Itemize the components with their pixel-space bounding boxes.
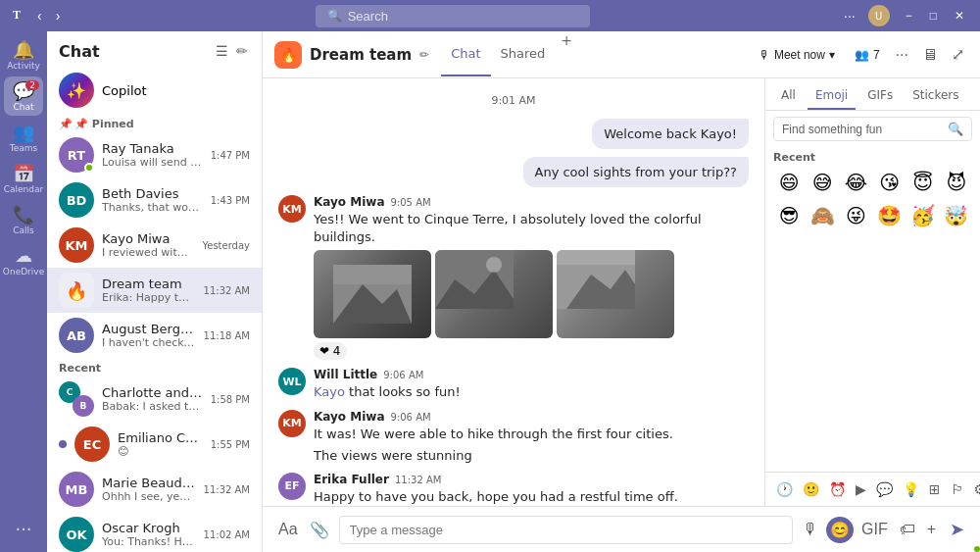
emoji-laughing[interactable]: 😄: [773, 168, 805, 197]
emoji-sweat[interactable]: 😅: [807, 168, 838, 197]
emoji-button[interactable]: 😊: [826, 517, 854, 543]
chat-main: 🔥 Dream team ✏ Chat Shared + 🎙 Meet now …: [263, 31, 980, 552]
chat-item-dream[interactable]: 🔥 Dream team Erika: Happy to have you ba…: [47, 268, 262, 313]
flag-icon[interactable]: 🏳: [948, 478, 967, 500]
more-button[interactable]: ···: [839, 6, 860, 25]
svg-rect-10: [557, 250, 635, 265]
msg-text-kayo3: The views were stunning: [314, 447, 749, 465]
grid-icon[interactable]: ⊞: [926, 478, 944, 500]
video-call-button[interactable]: 🖥: [918, 42, 942, 68]
sidebar-item-more[interactable]: ···: [4, 509, 43, 548]
attach-button[interactable]: 📎: [306, 517, 333, 543]
bubble-welcome1: Welcome back Kayo!: [278, 119, 749, 149]
sticker-button[interactable]: 🏷: [896, 517, 919, 543]
meet-now-button[interactable]: 🎙 Meet now ▾: [751, 44, 843, 66]
svg-rect-4: [333, 265, 412, 284]
filter-button[interactable]: ☰: [214, 41, 230, 61]
play-icon[interactable]: ▶: [853, 478, 869, 500]
emoji-search-input[interactable]: [782, 123, 944, 136]
emoji-devil[interactable]: 😈: [941, 168, 972, 197]
chat-preview-emiliano: 😊: [118, 445, 203, 458]
avatar-kayo-msg2: KM: [278, 410, 306, 437]
image-2: [435, 250, 553, 338]
tab-shared[interactable]: Shared: [491, 32, 556, 76]
emoji-innocent[interactable]: 😇: [907, 168, 939, 197]
compose-input[interactable]: [339, 516, 793, 544]
emoji-tabs: All Emoji GIFs Stickers: [765, 78, 980, 111]
tab-chat[interactable]: Chat: [441, 32, 490, 76]
emoji-tab-emoji[interactable]: Emoji: [808, 82, 856, 110]
people-icon: 👥: [855, 48, 869, 62]
emoji-tab-all[interactable]: All: [773, 82, 804, 110]
emoji-starstruck[interactable]: 🤩: [874, 201, 906, 230]
chat-item-august[interactable]: AB August Bergman I haven't checked avai…: [47, 313, 262, 358]
sidebar-item-calendar[interactable]: 📅 Calendar: [4, 159, 43, 198]
chat-item-ray[interactable]: RT Ray Tanaka Louisa will send the initi…: [47, 132, 262, 177]
new-chat-button[interactable]: ✏: [234, 41, 250, 61]
gif-button[interactable]: GIF: [858, 517, 892, 543]
more-apps-icon: ···: [15, 519, 31, 539]
calendar-icon: 📅: [13, 163, 34, 183]
alarm-icon[interactable]: ⏰: [826, 478, 849, 500]
emoji-kiss[interactable]: 😘: [874, 168, 906, 197]
maximize-button[interactable]: □: [922, 7, 945, 25]
chat-name-charlotte: Charlotte and Babak: [102, 385, 203, 400]
minimize-button[interactable]: −: [898, 7, 920, 25]
avatar-erika-msg: EF: [278, 473, 306, 500]
sidebar-item-calls[interactable]: 📞 Calls: [4, 200, 43, 239]
msg-meta-kayo2: Kayo Miwa 9:06 AM: [314, 410, 749, 424]
emoji-explode[interactable]: 🤯: [941, 201, 972, 230]
bulb-icon[interactable]: 💡: [900, 478, 922, 500]
close-button[interactable]: ✕: [947, 7, 972, 25]
emoji-tab-gifs[interactable]: GIFs: [859, 82, 901, 110]
sidebar-item-chat[interactable]: 💬 Chat 2: [4, 76, 43, 116]
user-avatar[interactable]: U: [868, 5, 890, 26]
chat-bubble-icon[interactable]: 💬: [873, 478, 896, 500]
sidebar-item-teams[interactable]: 👥 Teams: [4, 118, 43, 157]
settings-icon[interactable]: ⚙: [971, 478, 980, 500]
back-button[interactable]: ‹: [31, 6, 48, 25]
copilot-item[interactable]: ✨ Copilot: [47, 67, 262, 114]
compose-bar: Aa 📎 🎙 😊 GIF 🏷 + ➤: [263, 506, 980, 552]
search-input[interactable]: [348, 9, 564, 24]
sidebar-item-onedrive[interactable]: ☁ OneDrive: [4, 241, 43, 280]
search-bar: 🔍: [316, 5, 590, 27]
emoji-joy[interactable]: 😂: [840, 168, 871, 197]
expand-button[interactable]: ⤢: [948, 41, 968, 68]
chat-item-charlotte[interactable]: C B Charlotte and Babak Babak: I asked t…: [47, 376, 262, 422]
forward-button[interactable]: ›: [50, 6, 67, 25]
participants-button[interactable]: 👥 7: [849, 44, 886, 66]
avatar-will-msg: WL: [278, 368, 306, 395]
emoji-tab-stickers[interactable]: Stickers: [905, 82, 966, 110]
chat-item-marie[interactable]: MB Marie Beaudouin Ohhh I see, yes let m…: [47, 467, 262, 512]
emoji-party[interactable]: 🥳: [907, 201, 939, 230]
add-tab-button[interactable]: +: [555, 32, 578, 76]
teams-label: Teams: [10, 143, 37, 153]
chat-item-oscar[interactable]: OK Oscar Krogh You: Thanks! Have a nice …: [47, 512, 262, 552]
more-options-button[interactable]: ···: [892, 42, 912, 68]
chat-info-dream: Dream team Erika: Happy to have you back…: [102, 276, 196, 304]
window-controls: − □ ✕: [898, 7, 972, 25]
emoji-wink[interactable]: 😜: [840, 201, 871, 230]
sidebar-item-activity[interactable]: 🔔 Activity: [4, 35, 43, 75]
emoji-sunglasses[interactable]: 😎: [773, 201, 805, 230]
audio-button[interactable]: 🎙: [799, 517, 822, 543]
chat-item-emiliano[interactable]: EC Emiliano Ceballos 😊 1:55 PM: [47, 422, 262, 467]
chat-info-ray: Ray Tanaka Louisa will send the initial …: [102, 141, 203, 169]
edit-icon[interactable]: ✏: [419, 48, 429, 62]
chat-preview-kayo: I reviewed with the client on Th...: [102, 246, 194, 259]
emoji-seeno[interactable]: 🙈: [807, 201, 838, 230]
chat-meta-august: 11:18 AM: [204, 330, 250, 341]
clock-icon[interactable]: 🕐: [773, 478, 796, 500]
chat-item-kayo[interactable]: KM Kayo Miwa I reviewed with the client …: [47, 223, 262, 268]
title-bar: T ‹ › 🔍 ··· U − □ ✕: [0, 0, 980, 31]
heart-reaction[interactable]: ❤ 4: [314, 342, 347, 360]
format-button[interactable]: Aa: [274, 517, 302, 543]
smiley-icon[interactable]: 🙂: [800, 478, 822, 500]
add-button[interactable]: +: [923, 517, 940, 543]
msg-content-will1: Will Little 9:06 AM Kayo that looks so f…: [314, 368, 749, 401]
chat-name-marie: Marie Beaudouin: [102, 476, 196, 490]
msg-sender-kayo2: Kayo Miwa: [314, 410, 385, 424]
chat-item-beth[interactable]: BD Beth Davies Thanks, that would be nic…: [47, 177, 262, 223]
send-button[interactable]: ➤: [946, 515, 968, 544]
